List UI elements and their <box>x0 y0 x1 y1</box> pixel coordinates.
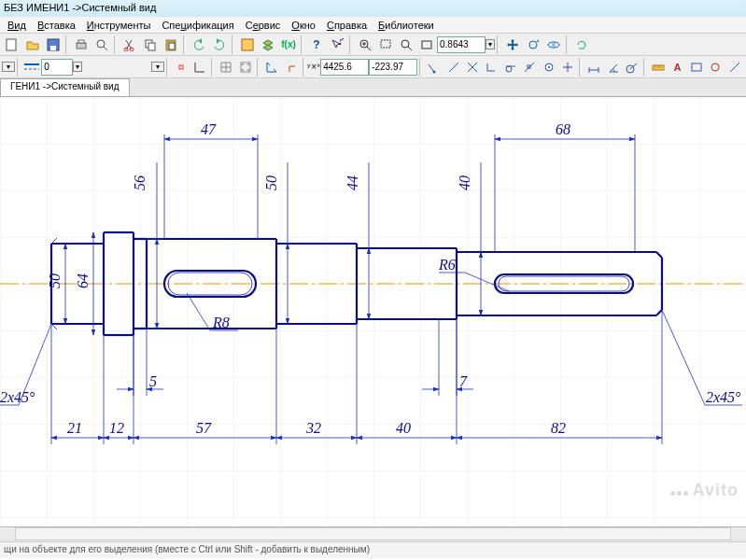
pan-icon[interactable] <box>502 35 523 54</box>
svg-point-46 <box>548 66 550 68</box>
open-icon[interactable] <box>22 35 43 54</box>
style-dropdown2-icon[interactable]: ▾ <box>151 62 164 72</box>
svg-rect-4 <box>78 40 84 43</box>
dim-radial-icon[interactable] <box>623 58 641 77</box>
zoom-fit-icon[interactable] <box>416 35 437 54</box>
window-title: БЕЗ ИМЕНИ1 ->Системный вид <box>0 0 746 17</box>
menu-servis[interactable]: Сервис <box>240 19 287 32</box>
layer-input[interactable] <box>41 59 73 76</box>
dim-12: 12 <box>109 420 124 436</box>
zoom-in-icon[interactable] <box>355 35 375 54</box>
coords-icon[interactable] <box>262 58 281 77</box>
dim-40h: 40 <box>396 420 411 436</box>
cad-drawing: 47 68 56 50 44 40 50 64 R8 <box>0 97 746 526</box>
dim-47: 47 <box>201 121 217 137</box>
menu-spec[interactable]: Спецификация <box>156 19 239 32</box>
dim-68: 68 <box>556 121 570 137</box>
variables-icon[interactable]: f(x) <box>278 35 299 54</box>
grid-icon[interactable] <box>217 58 235 77</box>
layer-dropdown-icon[interactable]: ▾ <box>73 62 82 72</box>
svg-line-93 <box>662 310 705 405</box>
save-icon[interactable] <box>43 35 63 54</box>
snap-node-icon[interactable] <box>558 58 577 77</box>
document-tabs: ГЕНИ1 ->Системный вид <box>0 78 746 97</box>
status-bar: щи на объекте для его выделения (вместе … <box>0 541 746 558</box>
ucs-icon[interactable] <box>281 58 300 77</box>
snap-icon[interactable] <box>172 58 190 77</box>
menu-spravka[interactable]: Справка <box>321 19 373 32</box>
menubar: Вид Вставка Инструменты Спецификация Сер… <box>0 17 746 34</box>
cut-icon[interactable] <box>120 35 140 54</box>
snap-cen-icon[interactable] <box>539 58 557 77</box>
toolbar-attributes: ▾ ▾ ▾ ʸ×ˣ A <box>0 56 746 78</box>
refresh-icon[interactable] <box>571 35 592 54</box>
layers-icon[interactable] <box>258 35 278 54</box>
zoom-window-icon[interactable] <box>375 35 396 54</box>
copy-icon[interactable] <box>140 35 161 54</box>
snap-tan-icon[interactable] <box>501 58 520 77</box>
dim-7: 7 <box>459 373 468 389</box>
tool-d-icon[interactable] <box>725 58 744 77</box>
snap-near-icon[interactable] <box>520 58 539 77</box>
tab-view[interactable]: ГЕНИ1 ->Системный вид <box>0 78 130 96</box>
zoom-input[interactable] <box>437 36 486 53</box>
dim-40v: 40 <box>457 175 472 190</box>
zoom-prev-icon[interactable] <box>396 35 416 54</box>
drawing-canvas[interactable]: 47 68 56 50 44 40 50 64 R8 <box>0 97 746 526</box>
ortho-icon[interactable] <box>190 58 209 77</box>
svg-rect-44 <box>528 65 530 68</box>
svg-point-34 <box>242 69 244 71</box>
snap-perp-icon[interactable] <box>482 58 500 77</box>
grid2-icon[interactable] <box>236 58 255 77</box>
dim-64: 64 <box>75 273 91 288</box>
coord-y-input[interactable] <box>369 59 417 76</box>
svg-rect-0 <box>7 39 16 50</box>
svg-point-37 <box>433 70 436 73</box>
svg-point-33 <box>247 63 249 65</box>
dim-57: 57 <box>196 420 212 436</box>
svg-rect-15 <box>242 39 253 50</box>
redo-icon[interactable] <box>209 35 230 54</box>
new-icon[interactable] <box>2 35 22 54</box>
svg-point-32 <box>242 63 244 65</box>
menu-instrumenty[interactable]: Инструменты <box>81 19 157 32</box>
tool-a-icon[interactable]: A <box>668 58 686 77</box>
menu-vid[interactable]: Вид <box>2 19 32 32</box>
menu-biblioteki[interactable]: Библиотеки <box>373 19 440 32</box>
svg-point-27 <box>552 43 556 47</box>
print-icon[interactable] <box>71 35 91 54</box>
snap-end-icon[interactable] <box>425 58 443 77</box>
svg-rect-58 <box>692 63 701 71</box>
svg-point-41 <box>506 66 512 72</box>
linetype-icon[interactable] <box>22 58 41 77</box>
dim-50b: 50 <box>263 175 279 190</box>
undo-icon[interactable] <box>189 35 209 54</box>
paste-icon[interactable] <box>161 35 181 54</box>
menu-vstavka[interactable]: Вставка <box>32 19 81 32</box>
svg-point-25 <box>529 41 537 49</box>
snap-int-icon[interactable] <box>463 58 482 77</box>
dim-chamfer-right: 2x45° <box>706 389 741 405</box>
dim-angular-icon[interactable] <box>603 58 622 77</box>
scrollbar-horizontal[interactable] <box>0 526 746 541</box>
rotate-icon[interactable] <box>523 35 543 54</box>
menu-okno[interactable]: Окно <box>286 19 321 32</box>
dim-linear-icon[interactable] <box>584 58 603 77</box>
zoom-dropdown-icon[interactable]: ▾ <box>486 39 495 49</box>
toolbar-standard: f(x) ? ? ▾ <box>0 34 746 56</box>
help-icon[interactable]: ? <box>306 35 327 54</box>
style-dropdown-icon[interactable]: ▾ <box>2 62 15 72</box>
tool-b-icon[interactable] <box>687 58 706 77</box>
whatsthis-icon[interactable]: ? <box>327 35 347 54</box>
tool-c-icon[interactable] <box>706 58 725 77</box>
svg-rect-21 <box>381 40 390 48</box>
measure-icon[interactable] <box>649 58 668 77</box>
properties-icon[interactable] <box>237 35 258 54</box>
svg-text:?: ? <box>337 38 344 48</box>
dim-56: 56 <box>132 175 148 190</box>
coord-x-input[interactable] <box>320 59 369 76</box>
snap-mid-icon[interactable] <box>443 58 462 77</box>
orbit-icon[interactable] <box>543 35 564 54</box>
svg-point-35 <box>247 69 249 71</box>
preview-icon[interactable] <box>91 35 112 54</box>
